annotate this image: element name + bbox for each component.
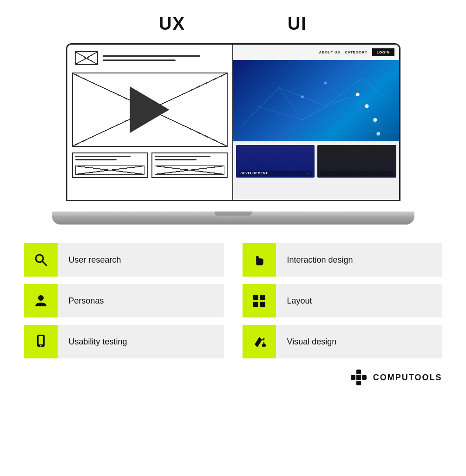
svg-rect-22 [260, 302, 265, 307]
svg-point-11 [365, 104, 368, 108]
wf-card-2-img [155, 165, 224, 175]
mobile-icon [33, 334, 48, 349]
svg-rect-28 [356, 381, 361, 385]
svg-point-14 [301, 95, 303, 98]
wf-logo-placeholder [75, 51, 98, 65]
svg-point-12 [373, 118, 377, 122]
svg-line-0 [242, 87, 279, 124]
feature-icon-box-person [24, 284, 58, 317]
wf-bottom-cards [72, 152, 228, 178]
svg-rect-21 [253, 302, 258, 307]
ui-rendered-side: ABOUT US CATEGORY LOGIN [233, 45, 399, 200]
svg-point-26 [262, 344, 266, 347]
svg-point-25 [40, 345, 41, 347]
ui-bottom-cards: DEVELOPMENT → → [233, 141, 399, 181]
brand-name: COMPUTOOLS [373, 373, 442, 383]
ui-card-development-label: DEVELOPMENT → [239, 171, 312, 176]
network-svg [233, 60, 399, 141]
wf-hero-box [72, 73, 228, 147]
svg-line-3 [362, 79, 389, 102]
feature-usability-testing: Usability testing [24, 325, 224, 358]
wf-nav-lines [103, 55, 225, 61]
svg-rect-30 [362, 375, 367, 380]
ux-label: UX [159, 14, 185, 34]
feature-label-usability-testing: Usability testing [58, 337, 127, 347]
svg-line-5 [302, 97, 348, 120]
feature-label-interaction-design: Interaction design [276, 255, 353, 265]
feature-icon-box-mobile [24, 325, 58, 358]
laptop-screen: ABOUT US CATEGORY LOGIN [66, 43, 400, 201]
feature-label-layout: Layout [276, 296, 312, 306]
wf-card-1-lines [75, 156, 145, 160]
laptop-base-top [52, 212, 414, 216]
feature-icon-box-grid [243, 284, 276, 317]
wf-card-line-3 [155, 156, 210, 157]
search-icon [33, 252, 48, 267]
svg-rect-20 [260, 295, 265, 300]
wf-card-2 [151, 152, 228, 178]
touch-icon [252, 252, 267, 267]
svg-rect-27 [356, 370, 361, 374]
svg-line-6 [348, 97, 380, 129]
feature-visual-design: Visual design [243, 325, 442, 358]
feature-layout: Layout [243, 284, 442, 317]
wf-card-line-4 [155, 159, 197, 160]
ui-card-2-label: → [320, 171, 394, 176]
wf-card-1 [72, 152, 148, 178]
ui-nav-bar: ABOUT US CATEGORY LOGIN [233, 45, 399, 60]
svg-point-10 [355, 93, 359, 96]
feature-label-visual-design: Visual design [276, 337, 337, 347]
ux-wireframe-side [67, 45, 233, 200]
wf-card-line-2 [75, 159, 117, 160]
svg-line-4 [256, 106, 302, 120]
svg-line-17 [42, 261, 46, 265]
laptop-base [52, 212, 414, 225]
svg-point-13 [376, 132, 380, 136]
features-grid: User research Interaction design Persona… [24, 243, 442, 358]
wf-card-1-img [75, 165, 145, 175]
grid-icon [252, 293, 267, 308]
wf-card-2-lines [155, 156, 224, 160]
feature-icon-box-touch [243, 243, 276, 277]
person-icon [33, 293, 48, 308]
svg-line-2 [325, 79, 362, 106]
svg-point-15 [324, 82, 327, 85]
header-labels: UX UI [23, 14, 443, 34]
brand-footer: COMPUTOOLS [24, 368, 442, 387]
feature-user-research: User research [24, 243, 224, 277]
laptop-base-bottom [52, 216, 414, 225]
ui-card-2: → [317, 145, 396, 178]
wf-line-2 [103, 60, 176, 61]
ui-card-development: DEVELOPMENT → [236, 145, 315, 178]
paint-bucket-icon [252, 334, 267, 349]
svg-rect-31 [356, 375, 361, 380]
feature-label-personas: Personas [58, 296, 104, 306]
wf-play-icon [130, 86, 170, 133]
feature-icon-box-search [24, 243, 58, 277]
brand-logo: COMPUTOOLS [349, 368, 442, 387]
ui-hero-image [233, 60, 399, 141]
svg-point-18 [38, 295, 44, 301]
feature-label-user-research: User research [58, 255, 121, 265]
laptop-illustration: ABOUT US CATEGORY LOGIN [52, 43, 414, 225]
svg-rect-24 [39, 336, 43, 344]
wf-card-line-1 [75, 156, 131, 157]
laptop-notch [215, 212, 252, 216]
ui-nav-about: ABOUT US [319, 50, 340, 54]
wf-header [72, 49, 228, 67]
ui-login-button: LOGIN [372, 48, 394, 56]
wf-line-1 [103, 55, 200, 57]
computools-logo-icon [349, 368, 368, 387]
svg-line-9 [325, 97, 348, 106]
svg-line-8 [302, 106, 325, 120]
main-container: UX UI [0, 0, 466, 476]
ui-nav-category: CATEGORY [345, 50, 367, 54]
svg-rect-19 [253, 295, 258, 300]
feature-interaction-design: Interaction design [243, 243, 442, 277]
feature-personas: Personas [24, 284, 224, 317]
ui-label: UI [288, 14, 307, 34]
feature-icon-box-paint [243, 325, 276, 358]
svg-rect-29 [351, 375, 355, 380]
